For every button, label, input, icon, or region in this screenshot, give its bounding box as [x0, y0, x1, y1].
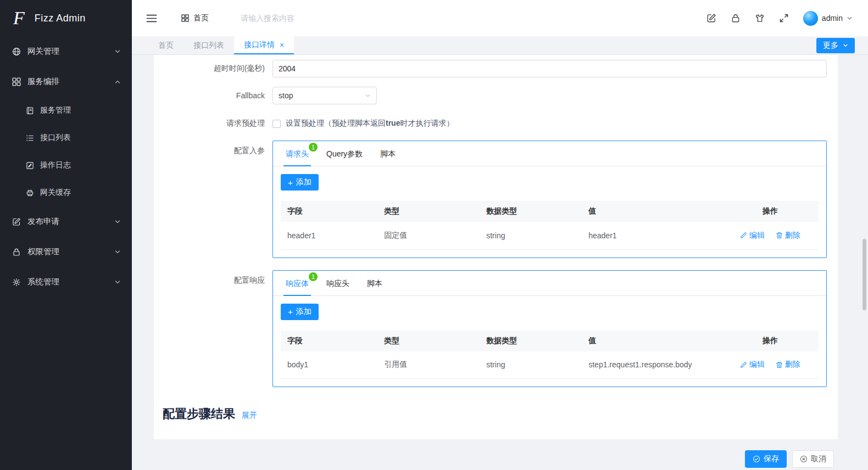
user-menu[interactable]: admin: [803, 11, 853, 26]
col-data-type: 数据类型: [480, 201, 582, 222]
plus-icon: +: [288, 178, 293, 187]
delete-button[interactable]: 删除: [776, 231, 800, 240]
save-button[interactable]: 保存: [745, 450, 787, 468]
response-panel-tabs: 响应体 1 响应头 脚本: [273, 271, 826, 296]
col-value: 值: [582, 331, 722, 351]
add-header-button[interactable]: + 添加: [281, 174, 319, 191]
count-badge: 1: [309, 143, 318, 152]
count-badge: 1: [309, 272, 318, 281]
grid-icon: [181, 14, 189, 22]
chevron-down-icon: [114, 249, 121, 255]
sidebar-item-label: 服务编排: [27, 76, 59, 87]
main-area: 首页 admin: [132, 0, 868, 470]
col-value: 值: [582, 201, 722, 222]
tab-label: 首页: [158, 41, 174, 51]
tab-label: Query参数: [326, 149, 363, 158]
scrollbar-thumb[interactable]: [863, 239, 866, 310]
response-body-table: 字段 类型 数据类型 值 操作 body1 引用值: [281, 331, 819, 379]
input-config-panel: 请求头 1 Query参数 脚本 + 添加: [272, 141, 827, 258]
sidebar-item-gateway-management[interactable]: 网关管理: [0, 36, 132, 66]
compose-icon[interactable]: [706, 13, 716, 23]
cancel-button[interactable]: 取消: [792, 450, 834, 468]
plus-icon: +: [288, 307, 293, 316]
more-label: 更多: [823, 41, 838, 51]
sidebar-item-label: 系统管理: [27, 277, 59, 287]
theme-icon[interactable]: [755, 13, 765, 23]
sidebar-menu: 网关管理 服务编排 服务管理: [0, 36, 132, 297]
app-title: Fizz Admin: [35, 13, 86, 24]
tab-request-script[interactable]: 脚本: [371, 141, 404, 166]
delete-button[interactable]: 删除: [776, 360, 800, 370]
edit-button[interactable]: 编辑: [740, 231, 765, 240]
sidebar-item-label: 发布申请: [27, 216, 59, 227]
chevron-up-icon: [114, 79, 121, 85]
add-body-button[interactable]: + 添加: [281, 304, 319, 320]
tab-response-script[interactable]: 脚本: [358, 271, 391, 295]
close-icon[interactable]: ×: [280, 41, 284, 49]
timeout-label: 超时时间(毫秒): [154, 64, 272, 74]
list-icon: [26, 134, 34, 142]
cache-icon: [26, 189, 34, 197]
publish-icon: [12, 217, 21, 226]
sidebar-item-permission-management[interactable]: 权限管理: [0, 237, 132, 267]
sidebar-item-operation-log[interactable]: 操作日志: [0, 152, 132, 179]
tab-api-list[interactable]: 接口列表: [183, 36, 234, 54]
preprocess-label: 请求预处理: [154, 119, 272, 128]
sidebar-submenu: 服务管理 接口列表 操作日志: [0, 97, 132, 206]
fallback-select[interactable]: stop: [272, 87, 377, 104]
table-header-row: 字段 类型 数据类型 值 操作: [281, 331, 819, 351]
app-logo[interactable]: F Fizz Admin: [0, 0, 132, 36]
preprocess-checkbox-label: 设置预处理（预处理脚本返回true时才执行请求）: [286, 119, 454, 128]
sidebar-item-service-orchestration[interactable]: 服务编排: [0, 66, 132, 97]
menu-toggle-icon[interactable]: [146, 14, 157, 23]
response-config-panel: 响应体 1 响应头 脚本 + 添加: [272, 270, 827, 388]
lock-icon[interactable]: [731, 13, 741, 23]
section-title: 配置步骤结果: [163, 406, 235, 422]
sidebar-item-label: 权限管理: [27, 247, 59, 257]
add-label: 添加: [296, 177, 311, 187]
preprocess-option: 设置预处理（预处理脚本返回true时才执行请求）: [272, 119, 454, 128]
edit-button[interactable]: 编辑: [740, 360, 765, 370]
tab-api-detail[interactable]: 接口详情 ×: [234, 36, 294, 54]
tab-request-headers[interactable]: 请求头 1: [277, 141, 318, 166]
cell-type: 固定值: [377, 222, 480, 249]
fullscreen-icon[interactable]: [779, 13, 789, 23]
col-actions: 操作: [722, 201, 819, 222]
tab-label: 脚本: [367, 279, 382, 288]
chevron-down-icon: [365, 93, 371, 99]
sidebar-item-api-list[interactable]: 接口列表: [0, 124, 132, 152]
col-field: 字段: [281, 331, 377, 351]
header-home-link[interactable]: 首页: [181, 13, 209, 23]
more-button[interactable]: 更多: [816, 38, 855, 53]
sidebar-item-gateway-cache[interactable]: 网关缓存: [0, 179, 132, 206]
cell-data-type: string: [480, 351, 582, 379]
search-input[interactable]: [241, 14, 367, 23]
gateway-icon: [12, 47, 21, 56]
cell-field: header1: [281, 222, 377, 249]
response-config-row: 配置响应 响应体 1 响应头 脚本: [154, 270, 838, 388]
sidebar-item-system-management[interactable]: 系统管理: [0, 267, 132, 297]
chevron-down-icon: [843, 43, 848, 48]
expand-link[interactable]: 展开: [242, 411, 257, 421]
preprocess-checkbox[interactable]: [272, 120, 281, 128]
sidebar-item-service-management[interactable]: 服务管理: [0, 97, 132, 124]
cell-actions: 编辑 删除: [722, 222, 819, 249]
tab-query-params[interactable]: Query参数: [318, 141, 371, 166]
save-label: 保存: [764, 454, 779, 464]
cancel-label: 取消: [811, 454, 826, 464]
table-header-row: 字段 类型 数据类型 值 操作: [281, 201, 819, 222]
avatar: [803, 11, 818, 26]
table-row: header1 固定值 string header1 编辑: [281, 222, 819, 249]
operation-log-icon: [26, 161, 34, 170]
tab-response-body[interactable]: 响应体 1: [277, 271, 318, 295]
tab-label: 接口详情: [244, 40, 275, 50]
sidebar-item-publish-application[interactable]: 发布申请: [0, 206, 132, 237]
content-area: 超时时间(毫秒) Fallback stop 请求预处理: [132, 55, 868, 470]
tab-response-headers[interactable]: 响应头: [318, 271, 358, 295]
fallback-label: Fallback: [154, 91, 272, 100]
check-circle-icon: [753, 455, 760, 463]
timeout-input[interactable]: [272, 60, 827, 77]
tab-label: 接口列表: [193, 41, 224, 51]
tab-home[interactable]: 首页: [148, 36, 183, 54]
edit-icon: [740, 232, 747, 239]
